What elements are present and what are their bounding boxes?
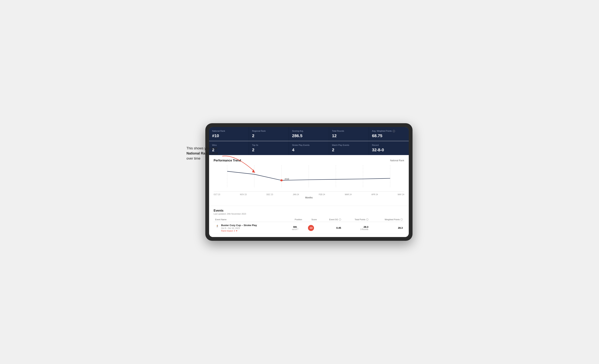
event-icon: 🏌️ [215,224,220,228]
annotation-bold: National Rank [186,151,209,155]
weighted-points-cell: 28.3 [370,222,404,234]
col-total-points: Total Points i [343,217,370,222]
event-name: Buster Cozy Cup – Stroke Play [221,224,257,227]
events-table-header-row: Event Name Position Score Event SG i [214,217,404,222]
col-position: Position [287,217,304,222]
event-date: Oct 9 - Oct 10, 2023 [221,227,257,229]
stat-national-rank-value: #10 [212,133,246,138]
stat-record-label: Record [372,144,406,146]
col-event-sg: Event SG i [318,217,343,222]
stat-top3s: Top 3s 2 [249,141,289,155]
stat-regional-rank: Regional Rank 2 [249,127,289,141]
stat-stroke-play: Stroke Play Events 4 [289,141,329,155]
col-event-name: Event Name [214,217,287,222]
month-apr24: APR 24 [371,194,378,195]
events-title: Events [214,209,404,212]
rank-impact: Rank Impact: 3 ▼ [221,230,257,232]
stat-record: Record 32-8-0 [369,141,409,155]
stat-scoring-avg: Scoring Avg. 286.5 [289,127,329,141]
tablet-screen: National Rank #10 Regional Rank 2 Scorin… [209,127,409,237]
event-position-sub: out of 7 [288,228,302,231]
stat-total-rounds: Total Rounds 12 [329,127,369,141]
stat-regional-rank-label: Regional Rank [252,130,286,132]
events-last-updated: Last updated: 24th November 2023 [214,213,404,215]
col-score: Score [304,217,318,222]
col-weighted-points: Weighted Points i [370,217,404,222]
event-name-cell: 🏌️ Buster Cozy Cup – Stroke Play Oct 9 -… [214,222,287,234]
event-score-cell: -22 [304,222,318,234]
stat-national-rank: National Rank #10 [209,127,249,141]
total-points-cell: 28.3 3 Rounds [343,222,370,234]
weighted-points-info-icon: i [400,218,403,221]
stats-header-row2: Wins 2 Top 3s 2 Stroke Play Events 4 Mat… [209,141,409,155]
table-row: 🏌️ Buster Cozy Cup – Stroke Play Oct 9 -… [214,222,404,234]
event-score-badge: -22 [308,225,314,231]
event-sg-value: 0.45 [320,226,341,229]
stat-national-rank-label: National Rank [212,130,246,132]
stats-header-row1: National Rank #10 Regional Rank 2 Scorin… [209,127,409,141]
annotation-tooltip: This shows you your National Rank trend … [186,146,224,161]
rank-impact-arrow: ▼ [236,230,238,232]
stat-top3s-label: Top 3s [252,144,286,146]
events-section: Events Last updated: 24th November 2023 … [209,206,409,237]
chart-months: OCT 23 NOV 23 DEC 23 JAN 24 FEB 24 MAR 2… [214,192,404,195]
month-mar24: MAR 24 [345,194,352,195]
outer-wrapper: This shows you your National Rank trend … [186,123,413,241]
stat-total-rounds-value: 12 [332,133,366,138]
stat-match-play-label: Match Play Events [332,144,366,146]
weighted-points-value: 28.3 [371,226,403,229]
stat-stroke-play-value: 4 [292,148,326,152]
stat-scoring-avg-label: Scoring Avg. [292,130,326,132]
stat-regional-rank-value: 2 [252,133,286,138]
avg-weighted-info-icon: i [393,130,395,132]
event-position-cell: 6th out of 7 [287,222,304,234]
performance-trend-header: Performance Trend National Rank [214,159,404,162]
svg-text:#10: #10 [285,178,289,180]
stat-match-play: Match Play Events 2 [329,141,369,155]
x-axis-label: Months [214,196,404,199]
stat-record-value: 32-8-0 [372,148,406,152]
total-points-info-icon: i [366,218,369,221]
stat-avg-weighted-points-value: 68.75 [372,133,406,138]
annotation-text-part1: This shows you your [186,146,217,150]
svg-point-8 [280,179,283,181]
tablet-frame: National Rank #10 Regional Rank 2 Scorin… [205,123,413,241]
performance-chart: #10 [214,165,404,192]
event-position: 6th [288,225,302,228]
performance-trend-axis-label: National Rank [390,159,404,162]
month-jan24: JAN 24 [293,194,299,195]
content-area: Performance Trend National Rank [209,155,409,206]
stat-avg-weighted-points: Avg. Weighted Points i 68.75 [369,127,409,141]
event-sg-info-icon: i [339,218,341,221]
stat-stroke-play-label: Stroke Play Events [292,144,326,146]
month-feb24: FEB 24 [319,194,325,195]
stat-avg-weighted-points-label: Avg. Weighted Points i [372,130,406,132]
chart-svg: #10 [214,165,404,191]
event-sg-cell: 0.45 [318,222,343,234]
stat-top3s-value: 2 [252,148,286,152]
month-dec23: DEC 23 [266,194,273,195]
month-nov23: NOV 23 [240,194,247,195]
stat-total-rounds-label: Total Rounds [332,130,366,132]
month-oct23: OCT 23 [214,194,220,195]
month-may24: MAY 24 [398,194,404,195]
stat-match-play-value: 2 [332,148,366,152]
total-points-sub: 3 Rounds [344,228,369,231]
stat-scoring-avg-value: 286.5 [292,133,326,138]
events-table: Event Name Position Score Event SG i [214,217,404,234]
total-points-value: 28.3 [344,225,369,228]
